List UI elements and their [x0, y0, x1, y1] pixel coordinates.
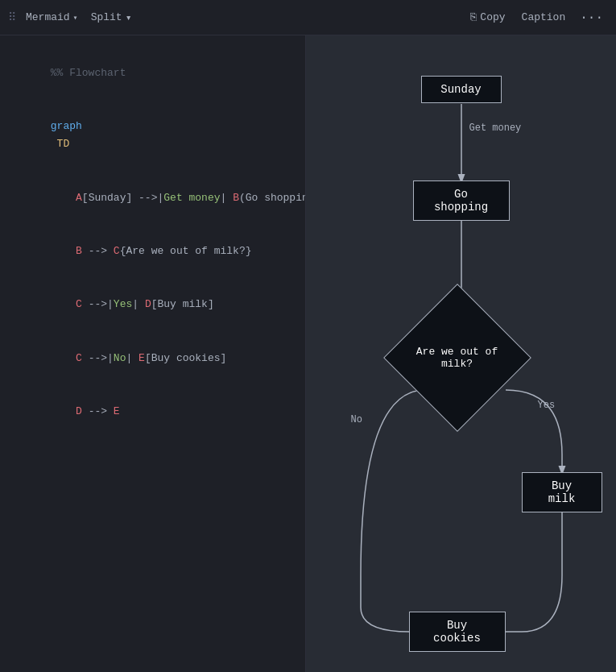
code-bracket-b: (Go shopping) — [239, 192, 306, 204]
code-node-b: B — [76, 245, 82, 257]
code-label-no: No — [114, 352, 126, 364]
code-edge-3: -->| — [82, 298, 114, 310]
code-graph-keyword: graph — [51, 120, 82, 132]
copy-button[interactable]: ⎘ Copy — [464, 8, 511, 27]
titlebar-right: ⎘ Copy Caption ··· — [464, 7, 608, 28]
code-line-c-no: C -->|No| E[Buy cookies] — [13, 332, 292, 385]
more-button[interactable]: ··· — [575, 7, 608, 28]
more-icon: ··· — [580, 10, 603, 25]
code-edge-4: -->| — [82, 352, 114, 364]
caption-label: Caption — [522, 11, 566, 23]
node-go-shopping-label: Go shopping — [434, 188, 488, 214]
code-comment: %% Flowchart — [51, 67, 126, 79]
code-bracket-a: [Sunday] — [82, 192, 132, 204]
code-edge-3b: | — [132, 298, 138, 310]
edge-label-yes: Yes — [538, 400, 556, 411]
code-line-c-yes: C -->|Yes| D[Buy milk] — [13, 278, 292, 331]
code-edge-1: -->| — [132, 192, 163, 204]
editor-label: Mermaid — [26, 11, 70, 23]
code-line-d: D --> E — [13, 385, 292, 438]
node-buy-cookies-box: Buy cookies — [409, 612, 506, 652]
code-node-e-ref: E — [138, 352, 145, 364]
code-bracket-d: [Buy milk] — [151, 298, 214, 310]
copy-label: Copy — [480, 11, 505, 23]
flowchart-container: Sunday Get money Go shopping Are we out … — [312, 52, 610, 664]
view-chevron: ▾ — [126, 11, 132, 24]
node-diamond: Are we out of milk? — [385, 285, 530, 430]
code-node-c2: C — [76, 352, 82, 364]
code-panel[interactable]: %% Flowchart graph TD A[Sunday] -->|Get … — [0, 35, 306, 672]
view-label: Split — [91, 11, 122, 23]
code-line-a: A[Sunday] -->|Get money| B(Go shopping) — [13, 172, 292, 225]
titlebar: ⠿ Mermaid ▾ Split ▾ ⎘ Copy Caption ··· — [0, 0, 616, 35]
node-buy-cookies: Buy cookies — [409, 612, 506, 652]
code-line-b: B --> C{Are we out of milk?} — [13, 225, 292, 278]
code-label-get: Get money — [163, 192, 220, 204]
code-node-d-ref: D — [145, 298, 151, 310]
caption-button[interactable]: Caption — [515, 8, 573, 27]
node-buy-milk: Buy milk — [522, 472, 602, 512]
edge-yes-text: Yes — [538, 400, 556, 411]
preview-panel: Sunday Get money Go shopping Are we out … — [306, 35, 616, 672]
editor-chevron: ▾ — [73, 13, 78, 23]
code-bracket-e: [Buy cookies] — [145, 352, 226, 364]
view-selector[interactable]: Split ▾ — [91, 11, 132, 24]
node-sunday-label: Sunday — [440, 83, 481, 96]
edge-no-text: No — [351, 414, 362, 425]
code-indent — [51, 192, 76, 204]
main-content: %% Flowchart graph TD A[Sunday] -->|Get … — [0, 35, 616, 672]
code-edge-2: --> — [82, 245, 114, 257]
editor-selector[interactable]: Mermaid ▾ — [26, 11, 78, 23]
edge-label-no: No — [351, 414, 362, 425]
code-node-a: A — [76, 192, 82, 204]
code-node-c: C — [76, 298, 82, 310]
node-sunday: Sunday — [421, 76, 502, 103]
code-comment-line: %% Flowchart — [13, 47, 292, 100]
node-diamond-label: Are we out of milk? — [413, 346, 502, 370]
node-buy-milk-box: Buy milk — [522, 472, 602, 512]
code-direction: TD — [51, 138, 69, 150]
code-node-b-ref: B — [233, 192, 239, 204]
drag-icon: ⠿ — [8, 10, 16, 24]
code-node-c-ref: C — [114, 245, 120, 257]
node-buy-cookies-label: Buy cookies — [433, 619, 481, 645]
node-sunday-box: Sunday — [421, 76, 502, 103]
edge-label-get-money: Get money — [469, 122, 522, 134]
code-label-yes: Yes — [114, 298, 132, 310]
node-go-shopping: Go shopping — [413, 180, 510, 221]
copy-icon: ⎘ — [470, 11, 477, 23]
code-node-d: D — [76, 405, 82, 417]
code-graph-line: graph TD — [13, 100, 292, 171]
node-buy-milk-label: Buy milk — [548, 479, 576, 505]
code-bracket-c: {Are we out of milk?} — [120, 245, 252, 257]
code-edge-5: --> — [82, 405, 114, 417]
titlebar-left: ⠿ Mermaid ▾ Split ▾ — [8, 10, 131, 24]
edge-get-money-text: Get money — [469, 122, 522, 134]
node-go-shopping-box: Go shopping — [413, 180, 510, 221]
code-node-e: E — [114, 405, 120, 417]
